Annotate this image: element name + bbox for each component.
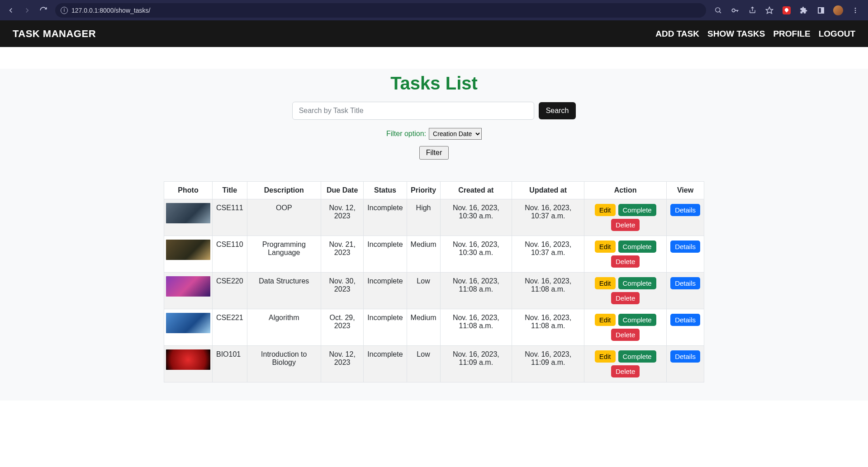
- cell-due-date: Oct. 29, 2023: [321, 309, 363, 346]
- search-input[interactable]: [292, 102, 534, 120]
- table-header-row: Photo Title Description Due Date Status …: [164, 182, 704, 199]
- header-status: Status: [364, 182, 407, 199]
- details-button[interactable]: Details: [670, 277, 700, 289]
- header-due-date: Due Date: [321, 182, 363, 199]
- task-thumbnail[interactable]: [166, 349, 210, 370]
- cell-title: CSE220: [213, 273, 247, 309]
- cell-status: Incomplete: [364, 199, 407, 236]
- cell-title: CSE111: [213, 199, 247, 236]
- task-thumbnail[interactable]: [166, 313, 210, 333]
- table-row: CSE110 Programming Language Nov. 21, 202…: [164, 236, 704, 273]
- page-viewport[interactable]: TASK MANAGER ADD TASK SHOW TASKS PROFILE…: [0, 20, 868, 467]
- cell-status: Incomplete: [364, 236, 407, 273]
- complete-button[interactable]: Complete: [618, 277, 656, 289]
- cell-description: Programming Language: [247, 236, 321, 273]
- kebab-menu-icon[interactable]: [849, 4, 862, 17]
- details-button[interactable]: Details: [670, 204, 700, 216]
- cell-updated-at: Nov. 16, 2023, 11:08 a.m.: [512, 309, 584, 346]
- svg-marker-6: [766, 7, 773, 13]
- share-icon[interactable]: [746, 4, 759, 17]
- cell-description: OOP: [247, 199, 321, 236]
- cell-action: Edit Complete Delete: [584, 346, 667, 382]
- cell-photo: [164, 273, 213, 309]
- details-button[interactable]: Details: [670, 350, 700, 363]
- cell-priority: Low: [407, 346, 440, 382]
- cell-photo: [164, 236, 213, 273]
- forward-button[interactable]: [20, 3, 34, 18]
- delete-button[interactable]: Delete: [611, 292, 640, 304]
- svg-point-8: [855, 9, 856, 11]
- svg-line-1: [719, 12, 721, 13]
- edit-button[interactable]: Edit: [595, 350, 616, 363]
- edit-button[interactable]: Edit: [595, 241, 616, 253]
- cell-title: BIO101: [213, 346, 247, 382]
- reload-button[interactable]: [36, 3, 51, 18]
- cell-priority: High: [407, 199, 440, 236]
- cell-photo: [164, 346, 213, 382]
- nav-logout[interactable]: LOGOUT: [819, 29, 855, 39]
- cell-photo: [164, 199, 213, 236]
- filter-select[interactable]: Creation Date: [429, 128, 482, 140]
- cell-description: Algorithm: [247, 309, 321, 346]
- cell-due-date: Nov. 21, 2023: [321, 236, 363, 273]
- cell-title: CSE110: [213, 236, 247, 273]
- back-button[interactable]: [4, 3, 18, 18]
- task-thumbnail[interactable]: [166, 276, 210, 297]
- cell-title: CSE221: [213, 309, 247, 346]
- cell-action: Edit Complete Delete: [584, 199, 667, 236]
- password-key-icon[interactable]: [729, 4, 741, 17]
- complete-button[interactable]: Complete: [618, 204, 656, 216]
- svg-point-9: [855, 12, 856, 13]
- cell-priority: Medium: [407, 236, 440, 273]
- cell-updated-at: Nov. 16, 2023, 11:09 a.m.: [512, 346, 584, 382]
- cell-description: Data Structures: [247, 273, 321, 309]
- cell-action: Edit Complete Delete: [584, 273, 667, 309]
- complete-button[interactable]: Complete: [618, 241, 656, 253]
- cell-updated-at: Nov. 16, 2023, 10:37 a.m.: [512, 199, 584, 236]
- edit-button[interactable]: Edit: [595, 277, 616, 289]
- cell-updated-at: Nov. 16, 2023, 11:08 a.m.: [512, 273, 584, 309]
- search-icon[interactable]: [711, 4, 724, 17]
- cell-view: Details: [667, 346, 704, 382]
- page-title: Tasks List: [0, 73, 868, 94]
- header-title: Title: [213, 182, 247, 199]
- nav-profile[interactable]: PROFILE: [773, 29, 810, 39]
- nav-show-tasks[interactable]: SHOW TASKS: [707, 29, 765, 39]
- table-row: CSE221 Algorithm Oct. 29, 2023 Incomplet…: [164, 309, 704, 346]
- task-thumbnail[interactable]: [166, 203, 210, 223]
- profile-avatar-icon[interactable]: [832, 4, 844, 17]
- delete-button[interactable]: Delete: [611, 219, 640, 231]
- cell-view: Details: [667, 236, 704, 273]
- svg-point-2: [732, 9, 735, 12]
- edit-button[interactable]: Edit: [595, 314, 616, 326]
- delete-button[interactable]: Delete: [611, 255, 640, 268]
- complete-button[interactable]: Complete: [618, 350, 656, 363]
- delete-button[interactable]: Delete: [611, 365, 640, 377]
- nav-add-task[interactable]: ADD TASK: [655, 29, 699, 39]
- details-button[interactable]: Details: [670, 241, 700, 253]
- cell-photo: [164, 309, 213, 346]
- cell-created-at: Nov. 16, 2023, 11:08 a.m.: [440, 273, 512, 309]
- site-info-icon[interactable]: i: [61, 7, 68, 14]
- cell-view: Details: [667, 273, 704, 309]
- brand-title[interactable]: TASK MANAGER: [13, 28, 96, 40]
- cell-due-date: Nov. 30, 2023: [321, 273, 363, 309]
- complete-button[interactable]: Complete: [618, 314, 656, 326]
- task-thumbnail[interactable]: [166, 240, 210, 260]
- address-bar[interactable]: i 127.0.0.1:8000/show_tasks/: [55, 3, 706, 18]
- delete-button[interactable]: Delete: [611, 329, 640, 341]
- header-updated-at: Updated at: [512, 182, 584, 199]
- edit-button[interactable]: Edit: [595, 204, 616, 216]
- url-text: 127.0.0.1:8000/show_tasks/: [71, 7, 150, 14]
- details-button[interactable]: Details: [670, 314, 700, 326]
- extension-ublock-icon[interactable]: [780, 4, 793, 17]
- header-description: Description: [247, 182, 321, 199]
- bookmark-star-icon[interactable]: [763, 4, 776, 17]
- extensions-puzzle-icon[interactable]: [797, 4, 810, 17]
- filter-button[interactable]: Filter: [419, 146, 449, 160]
- header-photo: Photo: [164, 182, 213, 199]
- cell-status: Incomplete: [364, 346, 407, 382]
- cell-due-date: Nov. 12, 2023: [321, 346, 363, 382]
- search-button[interactable]: Search: [539, 102, 576, 119]
- side-panel-icon[interactable]: [815, 4, 827, 17]
